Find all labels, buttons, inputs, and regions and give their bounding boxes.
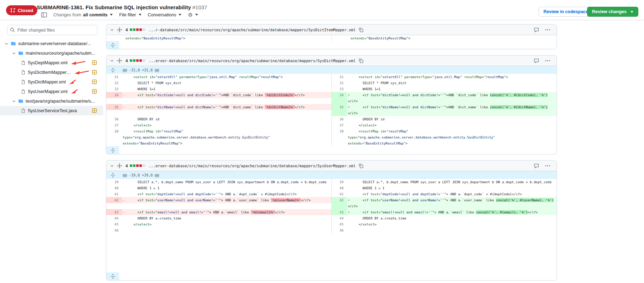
sidebar-folder-main-resources-org-apache-subm-[interactable]: main/resources/org/apache/subm... bbox=[0, 48, 103, 58]
diff-marker bbox=[348, 179, 351, 185]
line-number[interactable]: 37 bbox=[331, 122, 347, 128]
line-number[interactable]: 31 bbox=[331, 74, 347, 80]
drag-handle-icon[interactable] bbox=[117, 27, 122, 32]
file-filter-input[interactable] bbox=[7, 25, 97, 35]
file-card-sysusermapper.xml: 4...erver-database/src/main/resources/or… bbox=[106, 160, 557, 281]
file-card-sysdictitemmapper.xml: 4...r-database/src/main/resources/org/ap… bbox=[106, 24, 557, 49]
comment-icon[interactable] bbox=[534, 163, 539, 168]
line-number[interactable]: 39 bbox=[106, 179, 122, 185]
line-number[interactable]: 44 bbox=[106, 215, 122, 221]
diff-marker bbox=[348, 221, 351, 227]
annotation-arrow-icon bbox=[70, 60, 86, 65]
annotation-arrow-icon bbox=[70, 88, 79, 94]
diff-marker bbox=[348, 215, 351, 221]
drag-handle-icon[interactable] bbox=[117, 58, 122, 63]
review-changes-button[interactable]: Review changes bbox=[587, 7, 638, 17]
sidebar-file-sysdeptmapper-xml[interactable]: SysDeptMapper.xml bbox=[0, 58, 103, 67]
collapse-file-icon[interactable] bbox=[110, 164, 114, 168]
folder-icon bbox=[18, 99, 23, 104]
collapse-file-icon[interactable] bbox=[110, 59, 114, 63]
line-number[interactable]: 45 bbox=[106, 221, 122, 227]
line-number[interactable]: 32 bbox=[331, 80, 347, 86]
kebab-menu-icon[interactable] bbox=[545, 165, 550, 167]
expand-row bbox=[106, 41, 557, 49]
line-number[interactable]: 42 bbox=[331, 197, 347, 209]
file-path: ...erver-database/src/main/resources/org… bbox=[149, 164, 356, 168]
sidebar-folder-test-java-org-apache-submarine-s-[interactable]: test/java/org/apache/submarine/s... bbox=[0, 96, 103, 106]
line-number[interactable]: 40 bbox=[331, 185, 347, 191]
code-cell: - <if test="dictCode!=null and dictCode!… bbox=[122, 92, 331, 104]
expand-hunk-button[interactable] bbox=[106, 171, 119, 179]
line-number[interactable]: 37 bbox=[106, 122, 122, 128]
line-number[interactable]: 34 bbox=[331, 92, 347, 104]
drag-handle-icon[interactable] bbox=[117, 163, 122, 168]
line-number[interactable]: 43 bbox=[106, 209, 122, 215]
file-filter-menu[interactable]: File filter bbox=[119, 12, 141, 17]
copy-path-icon[interactable] bbox=[358, 58, 363, 63]
diff-marker bbox=[123, 227, 126, 233]
line-number[interactable]: 44 bbox=[331, 215, 347, 221]
expand-row bbox=[106, 272, 557, 280]
sidebar-file-sysusermapper-xml[interactable]: SysUserMapper.xml bbox=[0, 87, 103, 96]
comment-icon[interactable] bbox=[534, 27, 539, 32]
kebab-menu-icon[interactable] bbox=[545, 60, 550, 61]
code-cell: ORDER BY id bbox=[122, 116, 331, 122]
kebab-menu-icon[interactable] bbox=[545, 29, 550, 31]
file-path: ...r-database/src/main/resources/org/apa… bbox=[149, 28, 356, 32]
line-number[interactable]: 31 bbox=[106, 74, 122, 80]
line-number[interactable]: 34 bbox=[106, 92, 122, 104]
sidebar-folder-submarine-server-server-database-[interactable]: submarine-server/server-database/... bbox=[0, 39, 103, 48]
diff-marker bbox=[348, 35, 351, 41]
line-number[interactable] bbox=[106, 35, 122, 41]
line-number[interactable]: 40 bbox=[106, 185, 122, 191]
line-number[interactable]: 46 bbox=[331, 227, 347, 233]
line-number[interactable]: 46 bbox=[106, 227, 122, 233]
line-number[interactable]: 41 bbox=[106, 191, 122, 197]
del-square bbox=[139, 164, 142, 167]
changes-from-menu[interactable]: Changes from all commits bbox=[53, 12, 113, 17]
line-number[interactable] bbox=[331, 35, 347, 41]
diff-marker bbox=[123, 221, 126, 227]
line-number[interactable]: 35 bbox=[106, 104, 122, 116]
line-number[interactable]: 35 bbox=[331, 104, 347, 116]
sidebar-toggle-icon[interactable] bbox=[41, 12, 47, 17]
sidebar-file-sysdictitemmapper-xml[interactable]: SysDictItemMapper.xml bbox=[0, 67, 103, 77]
diff-marker bbox=[123, 86, 126, 92]
collapse-file-icon[interactable] bbox=[110, 28, 114, 32]
copy-path-icon[interactable] bbox=[358, 163, 363, 168]
diff-row: 38+ <resultMap id="resultMap" type="org.… bbox=[106, 128, 557, 146]
sidebar-file-sysdictmapper-xml[interactable]: SysDictMapper.xml bbox=[0, 77, 103, 87]
comment-icon[interactable] bbox=[534, 58, 539, 63]
diff-row: 42- <if test="userName!=null and userNam… bbox=[106, 197, 557, 209]
code-cell: WHERE 1 = 1 bbox=[347, 185, 557, 191]
line-number[interactable]: 39 bbox=[331, 179, 347, 185]
line-number[interactable]: 43 bbox=[331, 209, 347, 215]
diffstat-squares bbox=[130, 28, 145, 31]
line-number[interactable]: 41 bbox=[331, 191, 347, 197]
sidebar-file-sysuserservicetest-java[interactable]: SysUserServiceTest.java bbox=[0, 106, 103, 115]
expand-diff-button[interactable] bbox=[106, 41, 119, 49]
line-number[interactable]: 33 bbox=[106, 86, 122, 92]
review-in-codespace-button[interactable]: Review in codespace bbox=[538, 7, 593, 17]
all-commits-label: all commits bbox=[83, 12, 108, 17]
line-number[interactable]: 36 bbox=[331, 116, 347, 122]
code-cell: </select> bbox=[347, 221, 557, 227]
chevron-down-icon bbox=[179, 14, 181, 17]
line-number[interactable]: 38 bbox=[106, 128, 122, 146]
expand-hunk-button[interactable] bbox=[106, 66, 119, 74]
hunk-row: @@ -39,8 +39,8 @@ bbox=[106, 171, 557, 179]
diff-marker bbox=[123, 35, 126, 41]
expand-diff-button[interactable] bbox=[106, 272, 119, 280]
diff-marker bbox=[348, 122, 351, 128]
diff-settings-menu[interactable]: ⚙ bbox=[188, 12, 198, 17]
line-number[interactable]: 36 bbox=[106, 116, 122, 122]
line-number[interactable]: 32 bbox=[106, 80, 122, 86]
file-header: 4...r-database/src/main/resources/org/ap… bbox=[106, 25, 557, 35]
line-number[interactable]: 45 bbox=[331, 221, 347, 227]
conversations-menu[interactable]: Conversations bbox=[148, 12, 182, 17]
expand-diff-button[interactable] bbox=[106, 146, 119, 154]
line-number[interactable]: 38 bbox=[331, 128, 347, 146]
copy-path-icon[interactable] bbox=[358, 27, 363, 32]
line-number[interactable]: 42 bbox=[106, 197, 122, 209]
line-number[interactable]: 33 bbox=[331, 86, 347, 92]
